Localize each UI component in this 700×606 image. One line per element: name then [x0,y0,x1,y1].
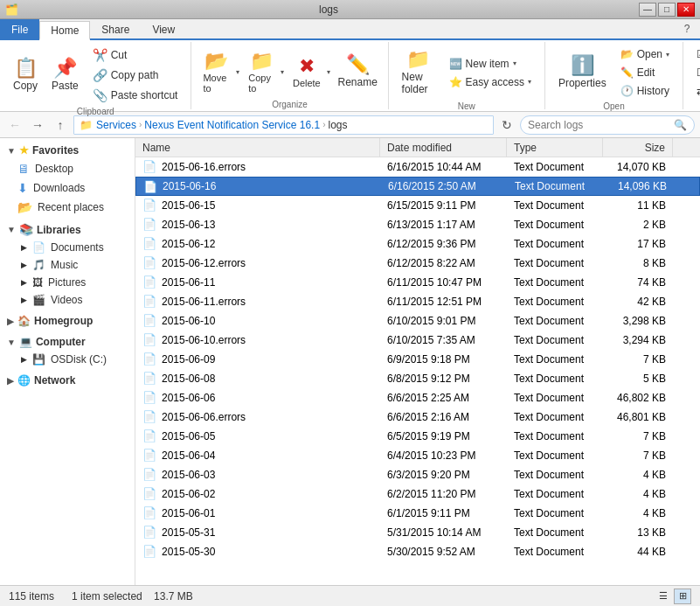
file-name: 2015-06-05 [162,430,215,442]
file-name: 2015-06-11 [162,276,215,289]
sidebar-item-documents[interactable]: ▶ 📄 Documents [0,239,135,256]
move-to-split[interactable]: 📂 Move to ▾ [198,45,242,98]
forward-button[interactable]: → [28,115,47,135]
table-row[interactable]: 📄 2015-06-06 6/6/2015 2:25 AM Text Docum… [135,388,700,407]
table-row[interactable]: 📄 2015-06-15 6/15/2015 9:11 PM Text Docu… [135,196,700,215]
sidebar-network-header[interactable]: ▶ 🌐 Network [0,372,135,389]
tab-file[interactable]: File [0,19,39,38]
open-button[interactable]: 📂 Open ▾ [614,45,676,63]
select-none-button[interactable]: ☐ Select none [690,64,700,81]
search-box[interactable]: 🔍 [520,115,695,135]
properties-button[interactable]: ℹ️ Properties [552,52,613,94]
table-row[interactable]: 📄 2015-05-30 5/30/2015 9:52 AM Text Docu… [135,542,700,561]
sidebar-item-osdisk[interactable]: ▶ 💾 OSDisk (C:) [0,351,135,368]
easy-access-button[interactable]: ⭐ Easy access ▾ [443,73,537,91]
folder-icon: 📁 [80,119,93,131]
copy-to-button[interactable]: 📁 Copy to [244,45,279,98]
pictures-icon: 🖼 [32,276,43,289]
paste-shortcut-button[interactable]: 📎 Paste shortcut [87,86,184,105]
table-row[interactable]: 📄 2015-06-16.errors 6/16/2015 10:44 AM T… [135,157,700,177]
col-type-header[interactable]: Type [507,138,603,157]
sidebar-item-recent[interactable]: 📂 Recent places [0,198,135,217]
delete-split[interactable]: ✖ Delete ▾ [288,51,333,93]
sidebar-item-videos[interactable]: ▶ 🎬 Videos [0,291,135,309]
title-controls[interactable]: — □ ✕ [639,3,695,17]
sidebar-favorites-header[interactable]: ▼ ★ Favorites [0,142,135,159]
cut-button[interactable]: ✂️ Cut [87,45,184,65]
file-size: 44 KB [603,546,673,558]
table-row[interactable]: 📄 2015-06-05 6/5/2015 9:19 PM Text Docum… [135,427,700,446]
up-button[interactable]: ↑ [51,115,70,135]
copy-to-dropdown[interactable]: ▾ [279,67,287,77]
table-row[interactable]: 📄 2015-06-04 6/4/2015 10:23 PM Text Docu… [135,446,700,465]
file-icon: 📄 [143,180,157,193]
back-button[interactable]: ← [5,115,24,135]
table-row[interactable]: 📄 2015-06-02 6/2/2015 11:20 PM Text Docu… [135,484,700,504]
file-date: 5/30/2015 9:52 AM [380,546,507,558]
table-row[interactable]: 📄 2015-06-11.errors 6/11/2015 12:51 PM T… [135,292,700,311]
breadcrumb[interactable]: 📁 Services › Nexus Event Notification Se… [73,115,494,135]
sidebar-item-pictures[interactable]: ▶ 🖼 Pictures [0,274,135,291]
copy-path-button[interactable]: 🔗 Copy path [87,66,184,85]
search-input[interactable] [528,119,670,131]
table-row[interactable]: 📄 2015-06-12.errors 6/12/2015 8:22 AM Te… [135,254,700,273]
breadcrumb-service[interactable]: Nexus Event Notification Service 16.1 [144,119,320,131]
minimize-button[interactable]: — [639,3,656,17]
copy-button-large[interactable]: 📋 Copy [7,54,44,96]
details-view-button[interactable]: ☰ [655,589,672,604]
table-row[interactable]: 📄 2015-06-08 6/8/2015 9:12 PM Text Docum… [135,369,700,388]
rename-button[interactable]: ✏️ Rename [335,51,381,93]
history-button[interactable]: 🕐 History [614,82,676,100]
sidebar-computer-header[interactable]: ▼ 💻 Computer [0,333,135,351]
table-row[interactable]: 📄 2015-06-11 6/11/2015 10:47 PM Text Doc… [135,273,700,292]
title-bar: 🗂️ logs — □ ✕ [0,0,700,19]
file-date: 6/16/2015 10:44 AM [380,161,507,173]
new-item-button[interactable]: 🆕 New item ▾ [443,55,537,73]
refresh-button[interactable]: ↻ [497,115,516,135]
table-row[interactable]: 📄 2015-06-13 6/13/2015 1:17 AM Text Docu… [135,215,700,234]
edit-button[interactable]: ✏️ Edit [614,64,676,81]
sidebar-libraries-header[interactable]: ▼ 📚 Libraries [0,220,135,239]
table-row[interactable]: 📄 2015-06-12 6/12/2015 9:36 PM Text Docu… [135,234,700,254]
sidebar-homegroup-header[interactable]: ▶ 🏠 Homegroup [0,312,135,330]
col-name-header[interactable]: Name [135,138,380,157]
help-button[interactable]: ? [677,19,697,38]
close-button[interactable]: ✕ [677,3,695,17]
table-row[interactable]: 📄 2015-06-10 6/10/2015 9:01 PM Text Docu… [135,311,700,331]
sidebar-item-music[interactable]: ▶ 🎵 Music [0,256,135,274]
move-to-dropdown[interactable]: ▾ [234,67,242,77]
sidebar-item-downloads[interactable]: ⬇ Downloads [0,178,135,198]
col-date-header[interactable]: Date modified [380,138,507,157]
new-folder-button[interactable]: 📁 New folder [396,45,441,100]
file-size: 2 KB [603,219,673,231]
copy-to-split[interactable]: 📁 Copy to ▾ [244,45,287,98]
table-row[interactable]: 📄 2015-06-10.errors 6/10/2015 7:35 AM Te… [135,331,700,350]
tab-home[interactable]: Home [39,21,90,40]
delete-button[interactable]: ✖ Delete [288,51,325,93]
table-row[interactable]: 📄 2015-06-03 6/3/2015 9:20 PM Text Docum… [135,465,700,484]
table-row[interactable]: 📄 2015-05-31 5/31/2015 10:14 AM Text Doc… [135,523,700,542]
invert-selection-button[interactable]: ⇄ Invert selection [690,82,700,100]
file-size: 7 KB [603,449,673,462]
large-icons-view-button[interactable]: ⊞ [674,589,691,604]
move-to-button[interactable]: 📂 Move to [198,45,234,98]
paste-button-large[interactable]: 📌 Paste [45,54,85,96]
file-size: 46,801 KB [603,411,673,423]
tab-view[interactable]: View [141,19,186,38]
maximize-button[interactable]: □ [658,3,676,17]
ribbon-group-new: 📁 New folder 🆕 New item ▾ ⭐ Easy access … [389,42,545,109]
table-row[interactable]: 📄 2015-06-06.errors 6/6/2015 2:16 AM Tex… [135,407,700,427]
breadcrumb-services[interactable]: Services [96,119,136,131]
tab-share[interactable]: Share [90,19,141,38]
music-icon: 🎵 [32,259,45,271]
select-all-button[interactable]: ☑ Select all [690,45,700,63]
table-row[interactable]: 📄 2015-06-01 6/1/2015 9:11 PM Text Docum… [135,504,700,523]
table-row[interactable]: 📄 2015-06-09 6/9/2015 9:18 PM Text Docum… [135,350,700,369]
col-size-header[interactable]: Size [603,138,673,157]
main-area: ▼ ★ Favorites 🖥 Desktop ⬇ Downloads 📂 Re… [0,138,700,585]
table-row[interactable]: 📄 2015-06-16 6/16/2015 2:50 AM Text Docu… [135,177,700,196]
sidebar-item-desktop[interactable]: 🖥 Desktop [0,159,135,178]
paste-icon: 📌 [53,59,77,78]
delete-dropdown[interactable]: ▾ [325,67,333,77]
selected-info: 1 item selected 13.7 MB [72,590,193,603]
